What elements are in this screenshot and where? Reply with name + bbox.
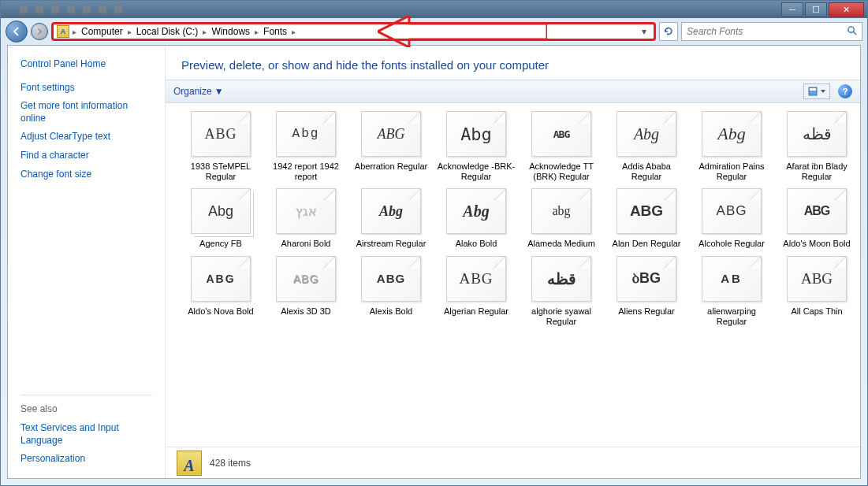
font-label: Acknowledge TT (BRK) Regular [522,161,601,182]
organize-button[interactable]: Organize ▼ [173,86,224,97]
font-item[interactable]: ABGAlcohole Regular [692,188,771,249]
font-preview-icon: ABG [702,188,762,234]
font-item[interactable]: ꝺBGAliens Regular [607,256,686,327]
sidebar: Control Panel Home Font settings Get mor… [8,46,166,478]
statusbar: A 428 items [166,447,860,478]
font-label: Agency FB [181,239,260,249]
font-item[interactable]: AbgAdmiration Pains Regular [692,111,771,182]
breadcrumb: ▸ Computer ▸ Local Disk (C:) ▸ Windows ▸… [73,24,296,39]
font-item[interactable]: אגץAharoni Bold [266,188,345,249]
sidebar-link-find-character[interactable]: Find a character [20,147,152,165]
svg-rect-3 [810,88,816,91]
address-dropdown[interactable]: ▾ [638,26,650,37]
font-item[interactable]: ABGAlgerian Regular [437,256,516,327]
font-preview-icon: ABG [787,256,847,302]
font-label: 1942 report 1942 report [266,161,345,182]
breadcrumb-computer[interactable]: Computer [78,24,126,39]
svg-line-1 [853,32,856,35]
font-item[interactable]: ABGAldo's Moon Bold [777,188,856,249]
font-label: alienwarping Regular [692,306,771,327]
font-item[interactable]: ABGAlan Den Regular [607,188,686,249]
font-item[interactable]: قظهAfarat ibn Blady Regular [777,111,856,182]
font-preview-icon: Abg [276,111,336,157]
font-item[interactable]: قظهalghorie syawal Regular [522,256,601,327]
font-label: alghorie syawal Regular [522,306,601,327]
font-preview-icon: אגץ [276,188,336,234]
font-preview-icon: AB [702,256,762,302]
font-label: Aldo's Moon Bold [777,239,856,249]
font-label: Aldo's Nova Bold [181,306,260,317]
font-grid: ABG1938 STeMPEL RegularAbg1942 report 19… [181,111,844,327]
font-preview-icon: ABG [531,111,591,157]
font-item[interactable]: abgAlameda Medium [522,188,601,249]
font-preview-icon: Abg [617,111,676,157]
font-item[interactable]: AbgAgency FB [181,188,260,249]
header: Preview, delete, or show and hide the fo… [166,46,860,80]
font-label: Acknowledge -BRK- Regular [437,161,516,182]
font-item[interactable]: AbgAirstream Regular [352,188,430,249]
chevron-right-icon: ▸ [73,28,76,36]
help-button[interactable]: ? [838,84,852,98]
window-frame: ─ ☐ ✕ A ▸ Computer ▸ Local Disk (C:) ▸ W… [0,0,868,486]
sidebar-link-font-size[interactable]: Change font size [20,165,152,184]
sidebar-link-more-info[interactable]: Get more font information online [20,97,152,128]
sidebar-link-text-services[interactable]: Text Services and Input Language [20,419,152,450]
page-title: Preview, delete, or show and hide the fo… [181,58,844,72]
font-grid-scroll[interactable]: ABG1938 STeMPEL RegularAbg1942 report 19… [166,103,860,447]
view-icon [808,87,825,96]
fonts-folder-icon: A [177,451,202,476]
titlebar-tabs [4,6,780,13]
font-preview-icon: ABG [446,256,506,302]
breadcrumb-disk[interactable]: Local Disk (C:) [133,24,202,39]
close-button[interactable]: ✕ [829,2,864,17]
breadcrumb-windows[interactable]: Windows [208,24,253,39]
font-item[interactable]: ABGAll Caps Thin [777,256,856,327]
font-preview-icon: Abg [446,188,506,234]
font-item[interactable]: AbgAlako Bold [437,188,516,249]
search-input[interactable] [687,26,847,37]
address-bar[interactable]: A ▸ Computer ▸ Local Disk (C:) ▸ Windows… [51,22,656,41]
font-label: 1938 STeMPEL Regular [181,161,260,182]
font-preview-icon: قظه [787,111,847,157]
sidebar-link-personalization[interactable]: Personalization [20,450,152,469]
search-box[interactable] [681,22,862,41]
refresh-button[interactable] [659,22,678,41]
font-item[interactable]: AbgAcknowledge -BRK- Regular [437,111,516,182]
control-panel-home-link[interactable]: Control Panel Home [20,55,152,74]
font-item[interactable]: ABGAcknowledge TT (BRK) Regular [522,111,601,182]
font-preview-icon: Abg [446,111,506,157]
view-options-button[interactable] [803,83,830,99]
sidebar-link-cleartype[interactable]: Adjust ClearType text [20,128,152,147]
font-label: Alan Den Regular [607,239,686,249]
font-item[interactable]: AbgAddis Ababa Regular [607,111,686,182]
breadcrumb-fonts[interactable]: Fonts [260,24,290,39]
font-preview-icon: ABG [361,256,421,302]
svg-point-0 [848,27,854,32]
titlebar: ─ ☐ ✕ [1,1,867,18]
font-item[interactable]: Abg1942 report 1942 report [266,111,345,182]
font-preview-icon: abg [531,188,591,234]
refresh-icon [663,26,674,37]
font-label: Airstream Regular [352,239,430,249]
chevron-right-icon: ▸ [203,28,207,36]
minimize-button[interactable]: ─ [781,2,803,17]
arrow-left-icon [11,26,22,37]
nav-forward-button[interactable] [31,23,48,40]
font-label: Alameda Medium [522,239,601,249]
font-preview-icon: ABG [276,256,336,302]
font-item[interactable]: ABGAlexis 3D 3D [266,256,345,327]
arrow-right-icon [35,28,43,35]
sidebar-link-font-settings[interactable]: Font settings [20,79,152,98]
nav-back-button[interactable] [6,20,28,43]
font-item[interactable]: ABGAberration Regular [352,111,430,182]
font-item[interactable]: ABG1938 STeMPEL Regular [181,111,260,182]
maximize-button[interactable]: ☐ [805,2,827,17]
font-label: Addis Ababa Regular [607,161,686,182]
chevron-right-icon: ▸ [292,28,296,36]
font-preview-icon: Abg [702,111,762,157]
font-label: Algerian Regular [437,306,516,317]
font-item[interactable]: ABGAlexis Bold [352,256,430,327]
font-item[interactable]: ABGAldo's Nova Bold [181,256,260,327]
font-preview-icon: ABG [617,188,676,234]
font-item[interactable]: ABalienwarping Regular [692,256,771,327]
